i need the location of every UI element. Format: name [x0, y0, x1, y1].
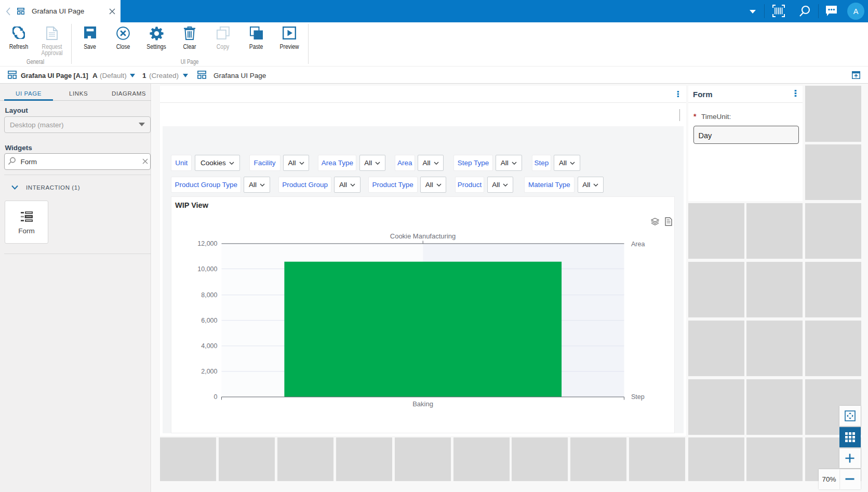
- svg-text:8,000: 8,000: [201, 291, 217, 299]
- svg-text:6,000: 6,000: [201, 317, 217, 324]
- svg-text:Area: Area: [631, 241, 645, 248]
- svg-text:4,000: 4,000: [201, 342, 217, 350]
- svg-text:2,000: 2,000: [201, 368, 217, 375]
- svg-text:Step: Step: [631, 393, 645, 401]
- svg-text:12,000: 12,000: [197, 240, 217, 247]
- svg-text:10,000: 10,000: [197, 265, 217, 273]
- svg-text:Cookie Manufacturing: Cookie Manufacturing: [390, 232, 456, 240]
- svg-text:Baking: Baking: [412, 400, 433, 408]
- svg-text:0: 0: [214, 393, 218, 401]
